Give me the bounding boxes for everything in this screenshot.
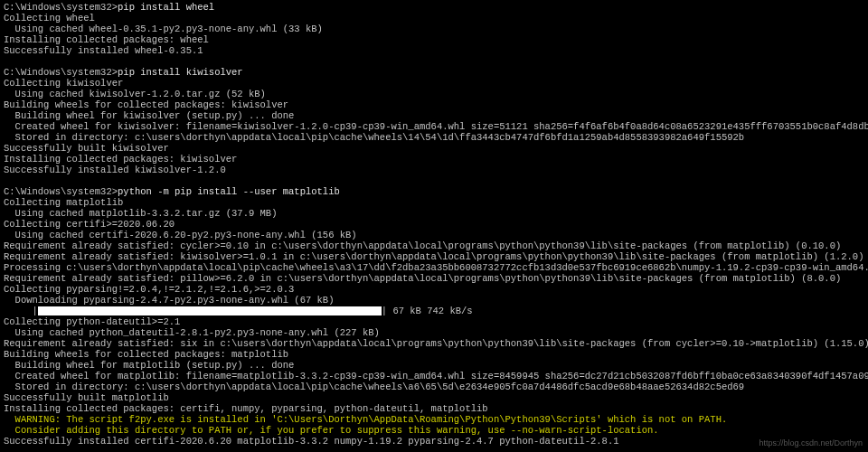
progress-line: || 67 kB 742 kB/s (4, 306, 864, 316)
output-line: Building wheel for matplotlib (setup.py)… (4, 360, 864, 371)
output-line: Requirement already satisfied: cycler>=0… (4, 240, 864, 251)
output-line: Successfully built kiwisolver (4, 143, 864, 154)
prompt: C:\Windows\system32> (4, 67, 118, 78)
output-line: Successfully installed certifi-2020.6.20… (4, 436, 864, 447)
output-line: Installing collected packages: kiwisolve… (4, 154, 864, 165)
prompt-line: C:\Windows\system32>pip install kiwisolv… (4, 67, 864, 78)
output-line: Building wheels for collected packages: … (4, 99, 864, 110)
output-line: Requirement already satisfied: pillow>=6… (4, 273, 864, 284)
output-line: Using cached kiwisolver-1.2.0.tar.gz (52… (4, 89, 864, 99)
command: pip install kiwisolver (118, 67, 243, 78)
output-line: Using cached certifi-2020.6.20-py2.py3-n… (4, 230, 864, 240)
output-line: Requirement already satisfied: six in c:… (4, 338, 864, 349)
prompt-line: C:\Windows\system32>pip install wheel (4, 2, 864, 13)
output-line: Using cached python_dateutil-2.8.1-py2.p… (4, 327, 864, 338)
output-line: Using cached wheel-0.35.1-py2.py3-none-a… (4, 24, 864, 34)
progress-fill (38, 306, 382, 315)
output-line: Collecting python-dateutil>=2.1 (4, 316, 864, 327)
output-line: Processing c:\users\dorthyn\appdata\loca… (4, 262, 864, 273)
progress-prefix: | (4, 306, 38, 316)
watermark: https://blog.csdn.net/Dorthyn (759, 438, 863, 448)
output-line: Created wheel for matplotlib: filename=m… (4, 371, 864, 381)
output-line: Collecting kiwisolver (4, 78, 864, 89)
progress-suffix: | 67 kB 742 kB/s (382, 306, 473, 316)
output-line: Collecting wheel (4, 13, 864, 24)
blank-line (4, 56, 864, 67)
prompt: C:\Windows\system32> (4, 2, 118, 13)
output-line: Downloading pyparsing-2.4.7-py2.py3-none… (4, 295, 864, 306)
output-line: Successfully installed wheel-0.35.1 (4, 45, 864, 56)
progress-bar (38, 306, 382, 316)
output-line: Requirement already satisfied: kiwisolve… (4, 251, 864, 262)
output-line: Stored in directory: c:\users\dorthyn\ap… (4, 132, 864, 143)
output-line: Installing collected packages: certifi, … (4, 403, 864, 414)
warning-line: Consider adding this directory to PATH o… (4, 425, 864, 436)
output-line: Stored in directory: c:\users\dorthyn\ap… (4, 381, 864, 392)
output-line: Using cached matplotlib-3.3.2.tar.gz (37… (4, 208, 864, 219)
output-line: Installing collected packages: wheel (4, 34, 864, 45)
prompt: C:\Windows\system32> (4, 186, 118, 197)
output-line: Successfully installed kiwisolver-1.2.0 (4, 165, 864, 175)
output-line: Created wheel for kiwisolver: filename=k… (4, 121, 864, 132)
terminal-output[interactable]: C:\Windows\system32>pip install wheel Co… (0, 0, 868, 448)
output-line: Collecting certifi>=2020.06.20 (4, 219, 864, 230)
warning-line: WARNING: The script f2py.exe is installe… (4, 414, 864, 425)
prompt-line: C:\Windows\system32>python -m pip instal… (4, 186, 864, 197)
command: python -m pip install --user matplotlib (118, 186, 340, 197)
command: pip install wheel (118, 2, 214, 13)
output-line: Collecting matplotlib (4, 197, 864, 208)
blank-line (4, 175, 864, 186)
output-line: Building wheels for collected packages: … (4, 349, 864, 360)
output-line: Collecting pyparsing!=2.0.4,!=2.1.2,!=2.… (4, 284, 864, 295)
output-line: Successfully built matplotlib (4, 392, 864, 403)
output-line: Building wheel for kiwisolver (setup.py)… (4, 110, 864, 121)
